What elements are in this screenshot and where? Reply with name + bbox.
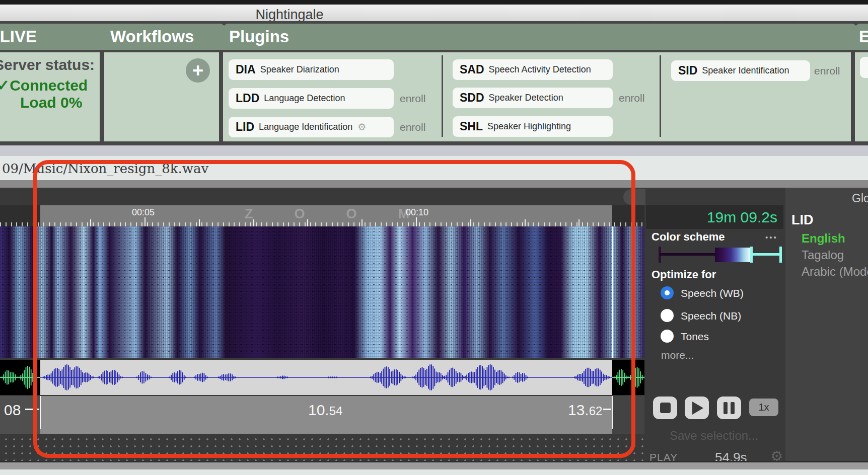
connection-status: ✓Connected	[0, 76, 88, 94]
plugins-panel-body: DIA Speaker Diarization LDD Language Det…	[223, 52, 851, 141]
tab-enrollments[interactable]: E	[855, 24, 868, 50]
plugin-shl-button[interactable]: SHL Speaker Highlighting	[453, 116, 613, 137]
ldd-enroll-link[interactable]: enroll	[400, 93, 425, 105]
workflows-panel-body: +	[104, 52, 219, 141]
tab-workflows[interactable]: Workflows	[104, 24, 225, 50]
plugin-name: Language Identification	[259, 122, 352, 132]
tab-olive[interactable]: OLIVE	[0, 24, 117, 50]
plugins-divider	[660, 55, 661, 137]
window-title: Nightingale	[216, 7, 363, 23]
play-button[interactable]	[685, 397, 709, 419]
speed-button[interactable]: 1x	[749, 399, 778, 416]
plugin-abbr: SID	[678, 64, 697, 77]
annotation-rectangle	[33, 160, 635, 458]
plugin-name: Speaker Diarization	[260, 64, 339, 75]
more-link[interactable]: more...	[661, 349, 694, 361]
plugin-dia-button[interactable]: DIA Speaker Diarization	[229, 59, 394, 80]
slider-right-cap[interactable]	[779, 247, 782, 263]
lang-item-arabic[interactable]: Arabic (Mode	[802, 265, 868, 279]
olive-panel-body: Server status: ✓Connected Load 0%	[0, 52, 100, 141]
global-label-partial: Glo	[852, 192, 868, 205]
lid-settings-icon[interactable]: ⚙	[357, 121, 366, 133]
enrollment-button-fragment[interactable]	[860, 57, 868, 78]
plugin-lid-button[interactable]: LID Language Identification ⚙	[229, 117, 394, 137]
plugin-sad-button[interactable]: SAD Speech Activity Detection	[453, 59, 613, 80]
radio-tones[interactable]	[661, 330, 674, 343]
plugin-sid-button[interactable]: SID Speaker Identification	[671, 60, 810, 81]
bottom-strip	[0, 462, 868, 469]
stop-icon	[660, 403, 671, 413]
plugin-abbr: SDD	[460, 91, 484, 105]
lid-panel-title: LID	[791, 212, 814, 228]
lid-enroll-link[interactable]: enroll	[400, 121, 425, 133]
plugin-abbr: DIA	[236, 63, 256, 76]
pause-button[interactable]	[717, 397, 741, 419]
plugin-abbr: LDD	[236, 92, 259, 105]
app-window: Nightingale OLIVE Server status: ✓Connec…	[0, 0, 868, 475]
divider-band	[0, 145, 868, 156]
play-icon	[692, 402, 703, 415]
sdd-enroll-link[interactable]: enroll	[619, 92, 644, 104]
server-load: Load 0%	[20, 94, 82, 111]
color-gradient-range[interactable]	[715, 248, 750, 262]
sid-enroll-link[interactable]: enroll	[814, 65, 840, 77]
server-status-label: Server status:	[0, 56, 95, 73]
slider-right-track	[752, 253, 779, 256]
plugin-name: Speaker Identification	[702, 65, 789, 76]
plugin-abbr: LID	[236, 120, 254, 134]
lang-item-english[interactable]: English	[802, 231, 845, 246]
enrollments-panel-body	[855, 52, 868, 141]
radio-speech-wb-label[interactable]: Speech (WB)	[681, 287, 744, 299]
radio-speech-nb-label[interactable]: Speech (NB)	[681, 310, 741, 322]
stop-button[interactable]	[653, 397, 677, 419]
plugin-name: Language Detection	[264, 93, 345, 104]
save-selection-link[interactable]: Save selection...	[670, 429, 758, 443]
slider-left-track	[660, 253, 715, 256]
os-top-strip	[0, 0, 868, 5]
plugin-name: Speaker Highlighting	[487, 121, 571, 132]
tab-plugins[interactable]: Plugins	[223, 24, 857, 50]
plugin-abbr: SAD	[460, 63, 484, 76]
plugin-name: Speaker Detection	[489, 93, 563, 103]
lid-panel-bg	[785, 188, 868, 462]
plugin-abbr: SHL	[460, 120, 483, 133]
plugins-divider	[442, 55, 443, 137]
elapsed-time: 19m 09.2s	[646, 205, 783, 229]
plugin-sdd-button[interactable]: SDD Speaker Detection	[453, 88, 613, 108]
color-scheme-label: Color scheme	[652, 230, 725, 244]
plugin-name: Speech Activity Detection	[489, 64, 591, 75]
radio-speech-wb[interactable]	[661, 286, 674, 299]
check-icon: ✓	[0, 77, 10, 94]
pause-icon	[724, 402, 735, 414]
selection-start-label: 08	[4, 402, 21, 419]
radio-speech-nb[interactable]	[661, 309, 674, 322]
bottom-strip	[0, 469, 868, 475]
radio-tones-label[interactable]: Tones	[681, 331, 709, 343]
lang-item-tagalog[interactable]: Tagalog	[802, 248, 844, 262]
color-scheme-menu-icon[interactable]: •••	[765, 233, 778, 242]
add-workflow-button[interactable]: +	[186, 58, 210, 83]
plugin-ldd-button[interactable]: LDD Language Detection	[229, 88, 394, 109]
optimize-for-label: Optimize for	[652, 268, 716, 281]
